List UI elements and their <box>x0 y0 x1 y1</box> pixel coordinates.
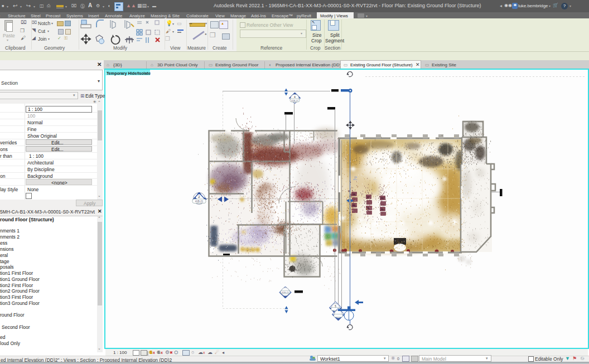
svg-text:41B-21: 41B-21 <box>195 200 204 203</box>
svg-text:41B-21: 41B-21 <box>291 99 299 102</box>
svg-text:4: 4 <box>294 95 296 99</box>
svg-text:41B-21: 41B-21 <box>282 291 289 294</box>
